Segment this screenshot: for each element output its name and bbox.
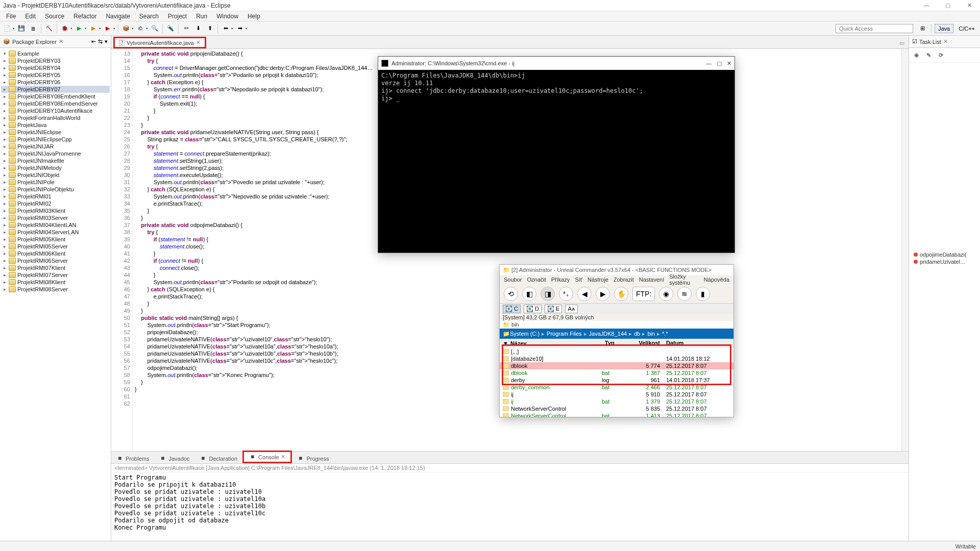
uc-row-derby[interactable]: derbylog96114.01.2018 17:37 xyxy=(500,377,733,384)
project-ProjektJNIJAR[interactable]: ▸ProjektJNIJAR xyxy=(1,143,110,150)
menu-edit[interactable]: Edit xyxy=(21,12,40,21)
uc-menu-Nástroje[interactable]: Nástroje xyxy=(587,277,608,283)
uc-drive-C[interactable]: 💽 C xyxy=(503,305,521,313)
project-ProjektRMI05Server[interactable]: ▸ProjektRMI05Server xyxy=(1,243,110,250)
menu-file[interactable]: File xyxy=(2,12,20,21)
menu-navigate[interactable]: Navigate xyxy=(102,12,134,21)
save-all-icon[interactable]: 🗎 xyxy=(28,23,38,34)
toggle-mark-icon[interactable]: ✏ xyxy=(181,23,191,34)
uc-left-icon[interactable]: ◀ xyxy=(577,287,592,301)
project-ProjektDERBY03[interactable]: ▸ProjektDERBY03 xyxy=(1,57,110,64)
project-ProjektJNIPoleObjektu[interactable]: ▸ProjektJNIPoleObjektu xyxy=(1,186,110,193)
project-ProjektJNIObjekt[interactable]: ▸ProjektJNIObjekt xyxy=(1,171,110,179)
new-icon[interactable]: 📄 xyxy=(2,23,12,34)
uc-drive-E[interactable]: 💽 E xyxy=(545,305,562,313)
project-ProjektRMI05Klient[interactable]: ▸ProjektRMI05Klient xyxy=(1,236,110,243)
uc-row-NetworkServerControl[interactable]: NetworkServerControlbat1 41325.12.2017 8… xyxy=(500,412,733,417)
open-perspective-icon[interactable]: ⊞ xyxy=(918,23,928,34)
project-ProjektDERBY07[interactable]: ▸ProjektDERBY07 xyxy=(1,86,110,93)
ext-tools-icon[interactable]: ▶ xyxy=(103,23,113,34)
open-type-icon[interactable]: 🔍 xyxy=(150,23,160,34)
uc-view1-icon[interactable]: ◧ xyxy=(522,287,536,301)
uc-menu-Soubor[interactable]: Soubor xyxy=(504,277,522,283)
build-icon[interactable]: 🔨 xyxy=(44,23,54,34)
project-tree[interactable]: ▾Example▸ProjektDERBY03▸ProjektDERBY04▸P… xyxy=(0,48,111,541)
tl-icon3[interactable]: ⟳ xyxy=(936,50,946,60)
project-ProjektRMI08Klient[interactable]: ▸ProjektRMI08Klient xyxy=(1,279,110,286)
uc-menu-Síť[interactable]: Síť xyxy=(575,277,582,283)
uc-h-date[interactable]: Datum xyxy=(663,339,733,348)
cmd-body[interactable]: C:\Program Files\JavaJDK8_144\db\bin>ij … xyxy=(378,70,734,253)
project-ProjektRMI04ServerLAN[interactable]: ▸ProjektRMI04ServerLAN xyxy=(1,229,110,236)
uc-case-icon[interactable]: Aᴀ xyxy=(565,305,577,313)
uc-sync-icon[interactable]: ✋ xyxy=(614,287,628,301)
outline-item[interactable]: pridameUzivatel… xyxy=(914,258,975,265)
tab-progress[interactable]: ◾Progress xyxy=(292,454,334,463)
outline-item[interactable]: odpojimeDatabazi( xyxy=(914,251,975,258)
uc-tree[interactable]: 📁 bin xyxy=(500,321,733,329)
uc-view3-icon[interactable]: ≋ xyxy=(677,287,692,301)
project-ProjektRMI01[interactable]: ▸ProjektRMI01 xyxy=(1,193,110,200)
uc-right-icon[interactable]: ▶ xyxy=(596,287,610,301)
console-output[interactable]: Start Programu Podarilo se pripojit k da… xyxy=(111,472,909,541)
uc-menu-Nápověda[interactable]: Nápověda xyxy=(704,277,729,283)
menu-project[interactable]: Project xyxy=(164,12,191,21)
uc-row-ij[interactable]: ij5 91025.12.2017 8:07 xyxy=(500,391,733,398)
search-icon[interactable]: 🔦 xyxy=(165,23,176,34)
project-ProjektDERBY06[interactable]: ▸ProjektDERBY06 xyxy=(1,79,110,86)
new-package-icon[interactable]: 📦 xyxy=(121,23,131,34)
uc-ftp-icon[interactable]: FTP: xyxy=(632,287,655,301)
debug-icon[interactable]: 🐞 xyxy=(60,23,70,34)
close-tasklist-icon[interactable]: ✕ xyxy=(943,38,948,45)
uc-row-derby_common[interactable]: derby_commonbat2 46625.12.2017 8:07 xyxy=(500,384,733,391)
editor-tab-active[interactable]: 🇯 VytvoreniAutentifikace.java ✕ xyxy=(113,37,206,48)
menu-refactor[interactable]: Refactor xyxy=(69,12,101,21)
run-icon[interactable]: ▶ xyxy=(74,23,84,34)
cpp-perspective[interactable]: C/C++ xyxy=(955,24,978,33)
tab-javadoc[interactable]: ◾Javadoc xyxy=(154,454,194,463)
menu-search[interactable]: Search xyxy=(135,12,163,21)
project-ProjektDERBY08EmbendServer[interactable]: ▸ProjektDERBY08EmbendServer xyxy=(1,100,110,107)
view-menu-icon[interactable]: ▾ xyxy=(105,38,108,45)
menu-window[interactable]: Window xyxy=(212,12,242,21)
menu-run[interactable]: Run xyxy=(192,12,211,21)
uc-row-[...][interactable]: [...] xyxy=(500,348,733,355)
project-Example[interactable]: ▾Example xyxy=(1,50,110,57)
next-annotation-icon[interactable]: ⬇ xyxy=(193,23,203,34)
uc-menu-Příkazy[interactable]: Příkazy xyxy=(551,277,570,283)
cmd-min[interactable]: — xyxy=(706,60,712,67)
close-view-icon[interactable]: ✕ xyxy=(59,38,63,45)
maximize-button[interactable]: ▢ xyxy=(940,2,955,9)
close-button[interactable]: ✕ xyxy=(962,2,977,9)
uc-row-dblook[interactable]: dblookbat1 38725.12.2017 8:07 xyxy=(500,369,733,377)
project-ProjektRMI06Klient[interactable]: ▸ProjektRMI06Klient xyxy=(1,250,110,257)
coverage-icon[interactable]: ▶ xyxy=(88,23,99,34)
back-icon[interactable]: ⬅ xyxy=(220,23,231,34)
uc-menu-Nastavení[interactable]: Nastavení xyxy=(639,277,665,283)
uc-view2-icon[interactable]: ◨ xyxy=(541,287,555,301)
project-ProjektDERBY08EmbendKlient[interactable]: ▸ProjektDERBY08EmbendKlient xyxy=(1,93,110,100)
uc-row-NetworkServerControl[interactable]: NetworkServerControl5 83525.12.2017 8:07 xyxy=(500,405,733,412)
uc-refresh-icon[interactable]: ⟲ xyxy=(504,287,518,301)
project-ProjektRMI04KlientLAN[interactable]: ▸ProjektRMI04KlientLAN xyxy=(1,221,110,229)
editor-min-icon[interactable]: ▭ xyxy=(895,38,909,48)
uc-row-[databaze10][interactable]: [databaze10]14.01.2018 18:12 xyxy=(500,355,733,362)
minimize-button[interactable]: — xyxy=(919,2,934,9)
collapse-all-icon[interactable]: ⇤ xyxy=(91,38,96,45)
uc-path[interactable]: 📁 System (C:)▸Program Files▸JavaJDK8_144… xyxy=(500,329,733,339)
project-ProjektFortranHalloWorld[interactable]: ▸ProjektFortranHalloWorld xyxy=(1,114,110,121)
project-ProjektJNImakefile[interactable]: ▸ProjektJNImakefile xyxy=(1,157,110,164)
project-ProjektRMI08Server[interactable]: ▸ProjektRMI08Server xyxy=(1,286,110,293)
new-class-icon[interactable]: © xyxy=(135,23,145,34)
cmd-close[interactable]: ✕ xyxy=(727,60,731,67)
project-ProjektRMI06Server[interactable]: ▸ProjektRMI06Server xyxy=(1,257,110,264)
uc-h-name[interactable]: Název xyxy=(510,340,527,346)
project-ProjektJNIJavaPromenne[interactable]: ▸ProjektJNIJavaPromenne xyxy=(1,150,110,157)
uc-row-dblook[interactable]: dblook5 77425.12.2017 8:07 xyxy=(500,362,733,369)
quick-access-input[interactable] xyxy=(836,24,913,33)
close-tab-icon[interactable]: ✕ xyxy=(196,39,201,46)
menu-source[interactable]: Source xyxy=(41,12,68,21)
project-ProjektJNIMetody[interactable]: ▸ProjektJNIMetody xyxy=(1,164,110,171)
project-ProjektJava[interactable]: ▸ProjektJava xyxy=(1,121,110,129)
project-ProjektRMI03Klient[interactable]: ▸ProjektRMI03Klient xyxy=(1,207,110,214)
